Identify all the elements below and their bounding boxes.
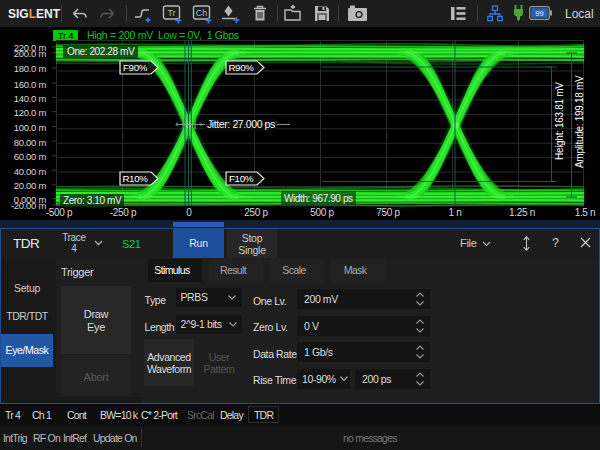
svg-text:Ch: Ch	[196, 8, 208, 18]
svg-text:99: 99	[535, 9, 543, 18]
svg-text:F90%: F90%	[123, 62, 148, 73]
svg-text:R90%: R90%	[228, 62, 254, 73]
svg-text:R10%: R10%	[122, 173, 148, 184]
svg-text:F10%: F10%	[229, 173, 254, 184]
svg-text:Tr: Tr	[167, 8, 175, 18]
